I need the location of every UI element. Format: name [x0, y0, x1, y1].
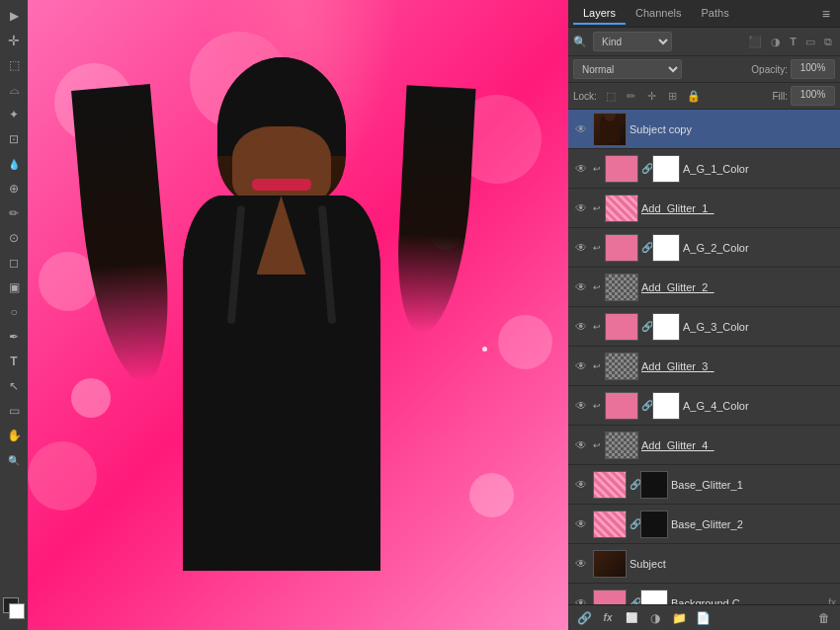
layer-visibility-base-glitter-2[interactable]: 👁: [572, 515, 590, 533]
layer-name-ag3-color: A_G_3_Color: [683, 321, 836, 333]
filter-smart-icon[interactable]: ⧉: [821, 35, 835, 49]
layer-visibility-ag3-color[interactable]: 👁: [572, 318, 590, 336]
layer-row-base-glitter-1[interactable]: 👁 🔗 Base_Glitter_1: [568, 465, 840, 505]
tool-gradient[interactable]: ▣: [3, 276, 25, 298]
tool-stamp[interactable]: ⊙: [3, 227, 25, 249]
tab-channels[interactable]: Channels: [626, 3, 691, 25]
layer-name-add-glitter-2: Add_Glitter_2_: [641, 281, 836, 293]
lock-icons: ⬚ ✏ ✛ ⊞ 🔒: [602, 87, 703, 105]
layer-thumb-background-c: [593, 590, 627, 605]
layer-fx-icon: fx: [828, 597, 836, 604]
lock-label: Lock:: [573, 91, 597, 102]
layer-name-subject: Subject: [630, 558, 836, 570]
chain-icon-ag4: 🔗: [641, 400, 649, 411]
create-layer-btn[interactable]: 📄: [692, 608, 714, 628]
layer-visibility-add-glitter-1[interactable]: 👁: [572, 199, 590, 217]
layer-row-add-glitter-4[interactable]: 👁 ↩ Add_Glitter_4_: [568, 426, 840, 465]
tool-text[interactable]: T: [3, 351, 25, 372]
panel-menu-icon[interactable]: ≡: [817, 4, 835, 24]
lock-all-btn[interactable]: 🔒: [685, 87, 703, 105]
layer-row-base-glitter-2[interactable]: 👁 🔗 Base_Glitter_2: [568, 505, 840, 544]
filter-pixel-icon[interactable]: ⬛: [745, 35, 765, 49]
tab-layers[interactable]: Layers: [573, 3, 626, 25]
delete-layer-btn[interactable]: 🗑: [813, 608, 835, 628]
blend-mode-row: Normal Dissolve Multiply Screen Overlay …: [568, 56, 840, 83]
layer-thumb-add-glitter-4: [605, 432, 638, 459]
layer-name-subject-copy: Subject copy: [630, 123, 836, 135]
tool-hand[interactable]: ✋: [3, 425, 25, 446]
layer-row-add-glitter-1[interactable]: 👁 ↩ Add_Glitter_1_: [568, 189, 840, 228]
layer-visibility-add-glitter-4[interactable]: 👁: [572, 436, 590, 454]
tool-eyedropper[interactable]: 💧: [3, 153, 25, 175]
tool-path-select[interactable]: ↖: [3, 375, 25, 397]
tool-crop[interactable]: ⊡: [3, 128, 25, 150]
tool-zoom[interactable]: 🔍: [3, 449, 25, 471]
layer-row-subject[interactable]: 👁 Subject: [568, 544, 840, 584]
filter-adj-icon[interactable]: ◑: [768, 35, 784, 49]
filter-text-icon[interactable]: T: [787, 35, 799, 48]
tool-lasso[interactable]: ⌓: [3, 79, 25, 101]
add-layer-style-btn[interactable]: fx: [597, 608, 619, 628]
layer-row-ag1-color[interactable]: 👁 ↩ 🔗 A_G_1_Color: [568, 149, 840, 189]
layer-row-ag2-color[interactable]: 👁 ↩ 🔗 A_G_2_Color: [568, 228, 840, 268]
layer-visibility-ag2-color[interactable]: 👁: [572, 239, 590, 257]
link-layers-btn[interactable]: 🔗: [573, 608, 595, 628]
layer-visibility-subject[interactable]: 👁: [572, 555, 590, 573]
layer-row-background-c[interactable]: 👁 🔗 Background C... fx: [568, 584, 840, 604]
canvas-area: ▶ ✛ ⬚ ⌓ ✦ ⊡ 💧 ⊕ ✏ ⊙ ◻ ▣ ○ ✒ T ↖ ▭ ✋ 🔍: [0, 0, 568, 630]
opacity-group: Opacity: 100%: [751, 59, 835, 79]
layer-visibility-add-glitter-2[interactable]: 👁: [572, 278, 590, 296]
chain-icon-ag3: 🔗: [641, 321, 649, 332]
chain-icon-bgc: 🔗: [630, 597, 637, 604]
layer-visibility-ag1-color[interactable]: 👁: [572, 160, 590, 178]
blend-mode-select[interactable]: Normal Dissolve Multiply Screen Overlay: [573, 59, 682, 79]
layer-visibility-background-c[interactable]: 👁: [572, 594, 590, 605]
create-group-btn[interactable]: 📁: [668, 608, 690, 628]
tool-eraser[interactable]: ◻: [3, 252, 25, 274]
lock-row: Lock: ⬚ ✏ ✛ ⊞ 🔒 Fill: 100%: [568, 83, 840, 110]
layer-thumb-ag3-color: [605, 313, 638, 341]
lock-artboard-btn[interactable]: ⊞: [664, 87, 682, 105]
layer-row-subject-copy[interactable]: 👁 Subject copy: [568, 110, 840, 149]
tool-pen[interactable]: ✒: [3, 326, 25, 348]
tool-move[interactable]: ✛: [3, 30, 25, 51]
fill-input[interactable]: 100%: [791, 86, 835, 106]
layer-visibility-ag4-color[interactable]: 👁: [572, 397, 590, 415]
layer-row-add-glitter-3[interactable]: 👁 ↩ Add_Glitter_3_: [568, 347, 840, 386]
layer-indent-ag1: ↩: [593, 203, 601, 213]
layer-visibility-base-glitter-1[interactable]: 👁: [572, 476, 590, 494]
tool-marquee[interactable]: ⬚: [3, 54, 25, 76]
layer-indent-ag3: ↩: [593, 322, 601, 332]
lock-image-btn[interactable]: ✏: [623, 87, 640, 105]
layer-name-add-glitter-1: Add_Glitter_1_: [641, 202, 836, 214]
background-color[interactable]: [9, 603, 25, 619]
lock-position-btn[interactable]: ✛: [643, 87, 661, 105]
layer-visibility-add-glitter-3[interactable]: 👁: [572, 357, 590, 375]
filter-shape-icon[interactable]: ▭: [802, 35, 818, 49]
lock-transparent-btn[interactable]: ⬚: [602, 87, 620, 105]
create-adj-btn[interactable]: ◑: [644, 608, 666, 628]
layer-mask-ag2: [652, 234, 680, 262]
tool-dodge[interactable]: ○: [3, 301, 25, 323]
canvas-background: [28, 0, 568, 630]
bokeh-8: [498, 315, 552, 369]
tab-paths[interactable]: Paths: [692, 3, 739, 25]
chain-icon-ag2: 🔗: [641, 242, 649, 253]
layer-mask-ag4: [652, 392, 680, 420]
tool-brush[interactable]: ✏: [3, 202, 25, 224]
tool-magic-wand[interactable]: ✦: [3, 104, 25, 125]
tool-healing[interactable]: ⊕: [3, 178, 25, 199]
layer-row-add-glitter-2[interactable]: 👁 ↩ Add_Glitter_2_: [568, 268, 840, 307]
layer-indent-ag2g: ↩: [593, 282, 601, 292]
tool-shape[interactable]: ▭: [3, 400, 25, 422]
torso: [183, 196, 380, 571]
layer-visibility-subject-copy[interactable]: 👁: [572, 120, 590, 138]
layer-row-ag3-color[interactable]: 👁 ↩ 🔗 A_G_3_Color: [568, 307, 840, 347]
opacity-input[interactable]: 100%: [791, 59, 835, 79]
bokeh-5: [71, 378, 111, 418]
layer-row-ag4-color[interactable]: 👁 ↩ 🔗 A_G_4_Color: [568, 386, 840, 426]
layer-mask-ag1: [652, 155, 680, 183]
add-mask-btn[interactable]: ⬜: [621, 608, 642, 628]
tool-arrow[interactable]: ▶: [3, 5, 25, 27]
kind-select[interactable]: Kind Name Effect Mode Attribute Color: [593, 32, 672, 51]
